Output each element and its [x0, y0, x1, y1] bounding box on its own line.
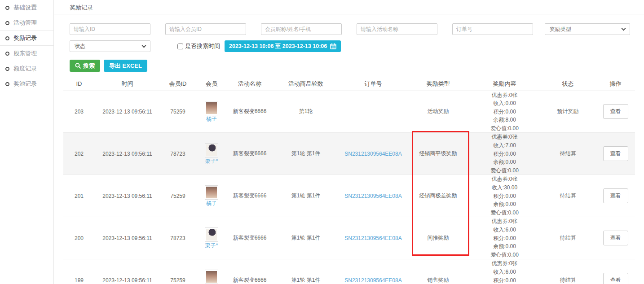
cell-member: 橘子 [196, 259, 227, 284]
cell-activity: 新客裂变6666 [227, 217, 272, 259]
search-icon [75, 63, 81, 69]
circle-icon [5, 52, 9, 56]
sidebar-item-label: 额度记录 [13, 65, 37, 73]
cell-activity: 新客裂变6666 [227, 175, 272, 217]
view-button[interactable]: 查看 [603, 273, 628, 284]
cell-id: 199 [63, 259, 95, 284]
export-excel-label: 导出 EXCEL [109, 62, 142, 70]
cell-id: 200 [63, 217, 95, 259]
member-name-input[interactable] [261, 23, 342, 35]
header-order: 订单号 [340, 77, 407, 91]
cell-activity: 新客裂变6666 [227, 133, 272, 175]
sidebar-item-quota-records[interactable]: 额度记录 [0, 61, 53, 76]
order-link[interactable]: SN23121309564EE08A [344, 151, 401, 157]
header-member: 会员 [196, 77, 227, 91]
search-time-checkbox-group: 是否搜索时间 [177, 42, 220, 50]
cell-round: 第1轮 [272, 91, 340, 133]
header-status: 状态 [540, 77, 596, 91]
sidebar-item-label: 奖励记录 [13, 34, 37, 42]
cell-member-id: 75259 [160, 91, 196, 133]
reward-type-select-value: 奖励类型 [550, 26, 571, 33]
table-header-row: ID 时间 会员ID 会员 活动名称 活动商品轮数 订单号 奖励类型 奖励内容 … [63, 77, 635, 91]
order-number-input[interactable] [452, 23, 533, 35]
export-excel-button[interactable]: 导出 EXCEL [104, 60, 147, 72]
table-row: 203 2023-12-13 09:56:11 75259 橘子 新客裂变666… [63, 91, 635, 133]
order-link[interactable]: SN23121309564EE08A [344, 193, 401, 199]
header-reward-content: 奖励内容 [469, 77, 540, 91]
search-button[interactable]: 搜索 [70, 60, 100, 72]
cell-round: 第1轮 第1件 [272, 175, 340, 217]
cell-reward-type: 经销商平级奖励 [407, 133, 469, 175]
sidebar-item-prize-pool-records[interactable]: 奖池记录 [0, 76, 53, 92]
cell-time: 2023-12-13 09:56:11 [95, 175, 160, 217]
cell-member: 栗子* [196, 133, 227, 175]
cell-member: 橘子 [196, 91, 227, 133]
id-input[interactable] [70, 23, 150, 35]
sidebar-item-label: 活动管理 [13, 19, 37, 27]
sidebar-item-shareholder-management[interactable]: 股东管理 [0, 46, 53, 61]
view-button[interactable]: 查看 [603, 146, 628, 161]
cell-member-id: 75259 [160, 175, 196, 217]
cell-action: 查看 [596, 91, 635, 133]
view-button[interactable]: 查看 [603, 188, 628, 203]
table-row: 199 2023-12-13 09:56:11 75259 橘子 新客裂变666… [63, 259, 635, 284]
cell-time: 2023-12-13 09:56:11 [95, 133, 160, 175]
table-row: 200 2023-12-13 09:56:11 78723 栗子* 新客裂变66… [63, 217, 635, 259]
cell-round: 第1轮 第1件 [272, 259, 340, 284]
cell-status: 待结算 [540, 133, 596, 175]
cell-action: 查看 [596, 175, 635, 217]
view-button[interactable]: 查看 [603, 231, 628, 245]
search-time-checkbox[interactable] [177, 44, 183, 49]
member-name-link[interactable]: 橘子 [205, 200, 218, 206]
cell-reward-type: 间推奖励 [407, 217, 469, 259]
table-row: 201 2023-12-13 09:56:11 75259 橘子 新客裂变666… [63, 175, 635, 217]
member-avatar [205, 185, 218, 200]
calendar-icon [330, 43, 336, 49]
cell-reward-content: 优惠券:0张 收入:0.00 积分:0.00 余额:8.00 爱心值:0.00 [469, 91, 540, 133]
search-time-label: 是否搜索时间 [185, 42, 220, 50]
header-time: 时间 [95, 77, 160, 91]
chevron-down-icon [142, 43, 146, 48]
sidebar-item-activity-management[interactable]: 活动管理 [0, 15, 53, 31]
member-name-link[interactable]: 栗子* [205, 242, 218, 249]
cell-time: 2023-12-13 09:56:11 [95, 91, 160, 133]
member-name-link[interactable]: 橘子 [205, 116, 218, 122]
sidebar: 基础设置 活动管理 奖励记录 股东管理 额度记录 奖池记录 [0, 0, 54, 284]
cell-id: 203 [63, 91, 95, 133]
date-range-button[interactable]: 2023-12-13 10:06 至 2023-12-13 10:06 [225, 40, 341, 52]
sidebar-item-reward-records[interactable]: 奖励记录 [0, 31, 53, 46]
cell-reward-type: 销售奖励 [407, 259, 469, 284]
cell-action: 查看 [596, 259, 635, 284]
cell-order: SN23121309564EE08A [340, 133, 407, 175]
date-range-value: 2023-12-13 10:06 至 2023-12-13 10:06 [229, 43, 327, 50]
page-title: 奖励记录 [54, 0, 644, 14]
member-avatar [205, 270, 218, 284]
activity-name-input[interactable] [357, 23, 437, 35]
order-link[interactable]: SN23121309564EE08A [344, 277, 401, 284]
cell-reward-type: 经销商极差奖励 [407, 175, 469, 217]
cell-round: 第1轮 第1件 [272, 217, 340, 259]
member-name-link[interactable]: 栗子* [205, 158, 218, 164]
cell-round: 第1轮 第1件 [272, 133, 340, 175]
member-avatar [205, 143, 218, 157]
status-select[interactable]: 状态 [70, 40, 150, 52]
cell-order: SN23121309564EE08A [340, 217, 407, 259]
cell-status: 预计奖励 [540, 91, 596, 133]
cell-member-id: 75259 [160, 259, 196, 284]
cell-action: 查看 [596, 217, 635, 259]
view-button[interactable]: 查看 [603, 104, 628, 119]
cell-reward-content: 优惠券:0张 收入:6.00 积分:0.00 余额:0.00 爱心值:0.00 [469, 217, 540, 259]
circle-icon [5, 67, 9, 71]
cell-status: 待结算 [540, 175, 596, 217]
member-avatar [205, 101, 218, 115]
member-id-input[interactable] [165, 23, 246, 35]
cell-reward-type: 活动奖励 [407, 91, 469, 133]
cell-action: 查看 [596, 133, 635, 175]
order-link[interactable]: SN23121309564EE08A [344, 235, 401, 241]
cell-id: 201 [63, 175, 95, 217]
cell-activity: 新客裂变6666 [227, 259, 272, 284]
cell-status: 待结算 [540, 259, 596, 284]
cell-member: 栗子* [196, 217, 227, 259]
reward-type-select[interactable]: 奖励类型 [545, 23, 630, 35]
sidebar-item-basic-settings[interactable]: 基础设置 [0, 0, 53, 15]
